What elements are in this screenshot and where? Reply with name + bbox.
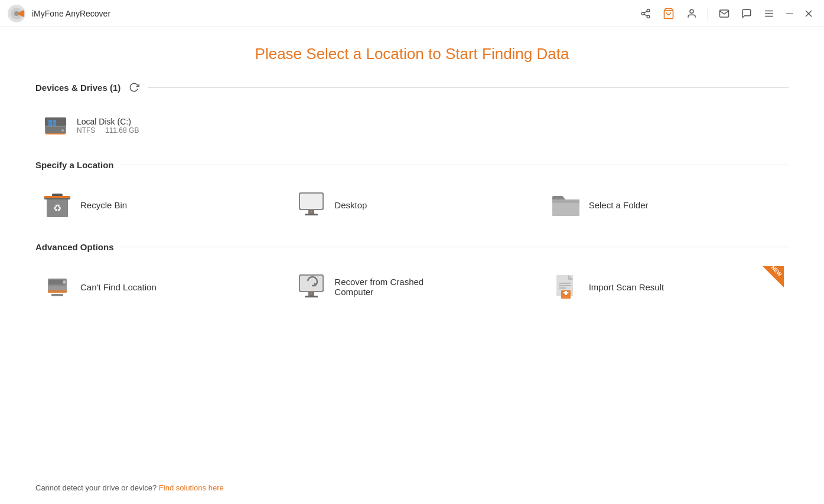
devices-section-title: Devices & Drives (1) [35, 83, 120, 93]
share-button[interactable] [636, 6, 656, 21]
svg-rect-57 [565, 291, 567, 295]
footer: Cannot detect your drive or device? Find… [35, 477, 789, 492]
svg-rect-18 [48, 120, 52, 123]
minimize-icon [786, 10, 793, 17]
drive-details: NTFS 111.68 GB [77, 126, 139, 135]
svg-point-9 [690, 9, 693, 13]
svg-rect-34 [305, 214, 318, 215]
recover-crashed-label: Recover from Crashed Computer [334, 277, 424, 297]
import-scan-label: Import Scan Result [589, 282, 665, 292]
chat-icon [741, 8, 752, 19]
svg-rect-46 [300, 276, 323, 291]
select-folder-item[interactable]: Select a Folder [544, 184, 789, 225]
svg-line-7 [644, 11, 647, 12]
specify-location-section: Specify a Location ♻ [35, 160, 789, 242]
share-icon [640, 8, 651, 19]
advanced-section-header: Advanced Options [35, 242, 789, 252]
svg-rect-42 [48, 290, 67, 293]
svg-rect-32 [300, 194, 323, 209]
recover-crashed-item[interactable]: Recover from Crashed Computer [289, 266, 534, 307]
refresh-icon [129, 82, 139, 93]
import-scan-icon [551, 272, 581, 302]
devices-drives-section: Devices & Drives (1) [35, 81, 789, 143]
recycle-bin-item[interactable]: ♻ Recycle Bin [35, 184, 280, 225]
hamburger-icon [764, 8, 774, 19]
specify-section-line [120, 165, 789, 165]
svg-rect-21 [53, 123, 56, 126]
title-bar-left: iMyFone AnyRecover [7, 4, 110, 23]
chat-button[interactable] [737, 6, 757, 21]
advanced-section-line [120, 247, 789, 247]
app-title-label: iMyFone AnyRecover [32, 9, 110, 18]
user-icon [686, 8, 697, 19]
menu-button[interactable] [759, 6, 779, 21]
close-button[interactable] [800, 8, 817, 19]
mail-icon [719, 8, 729, 19]
drive-name: Local Disk (C:) [77, 117, 139, 126]
new-badge: NEW [763, 266, 784, 287]
separator [708, 8, 708, 19]
svg-rect-13 [786, 13, 793, 14]
close-icon [805, 10, 812, 17]
svg-point-3 [647, 9, 650, 12]
recycle-bin-label: Recycle Bin [80, 200, 127, 210]
svg-rect-43 [51, 294, 63, 296]
new-badge-text: NEW [770, 264, 783, 277]
app-logo [7, 4, 26, 23]
svg-rect-48 [305, 296, 318, 297]
svg-point-35 [311, 211, 312, 212]
cant-find-location-item[interactable]: Can't Find Location [35, 266, 280, 307]
svg-text:♻: ♻ [53, 203, 61, 213]
folder-icon [551, 190, 581, 220]
find-solutions-link[interactable]: Find solutions here [159, 483, 224, 492]
svg-rect-38 [552, 199, 579, 203]
specify-section-title: Specify a Location [35, 160, 114, 170]
svg-rect-30 [44, 196, 70, 198]
recycle-bin-icon: ♻ [43, 190, 72, 220]
drive-item-c[interactable]: Local Disk (C:) NTFS 111.68 GB [35, 108, 146, 143]
svg-point-4 [641, 12, 644, 15]
cart-button[interactable] [658, 5, 679, 22]
advanced-section-title: Advanced Options [35, 242, 114, 252]
title-bar: iMyFone AnyRecover [0, 0, 824, 27]
cant-find-icon [43, 272, 72, 302]
desktop-icon [297, 190, 326, 220]
devices-section-line [148, 87, 789, 88]
refresh-button[interactable] [126, 81, 142, 94]
select-folder-label: Select a Folder [589, 200, 649, 210]
mail-button[interactable] [714, 6, 734, 21]
page-title: Please Select a Location to Start Findin… [35, 45, 789, 63]
svg-point-5 [647, 15, 650, 18]
advanced-options-section: Advanced Options [35, 242, 789, 307]
svg-point-44 [63, 280, 66, 284]
title-bar-controls [636, 5, 817, 22]
cart-icon [663, 8, 675, 19]
drive-info: Local Disk (C:) NTFS 111.68 GB [77, 117, 139, 135]
location-grid: ♻ Recycle Bin [35, 184, 789, 225]
desktop-item[interactable]: Desktop [289, 184, 534, 225]
minimize-button[interactable] [781, 8, 798, 19]
svg-point-23 [61, 129, 64, 132]
svg-rect-24 [46, 133, 65, 135]
specify-section-header: Specify a Location [35, 160, 789, 170]
main-content: Please Select a Location to Start Findin… [0, 27, 824, 504]
devices-section-header: Devices & Drives (1) [35, 81, 789, 94]
svg-point-49 [311, 293, 312, 294]
drive-icon [43, 113, 69, 139]
footer-text: Cannot detect your drive or device? [35, 483, 157, 492]
svg-line-6 [644, 14, 647, 16]
recover-crashed-icon [297, 272, 326, 302]
cant-find-label: Can't Find Location [80, 282, 157, 292]
hard-drive-svg [43, 113, 69, 139]
desktop-label: Desktop [334, 200, 367, 210]
svg-rect-20 [48, 123, 52, 126]
svg-rect-19 [53, 120, 56, 123]
advanced-grid: Can't Find Location [35, 266, 789, 307]
user-button[interactable] [682, 6, 702, 21]
svg-rect-37 [552, 202, 579, 216]
import-scan-item[interactable]: Import Scan Result NEW [544, 266, 789, 307]
